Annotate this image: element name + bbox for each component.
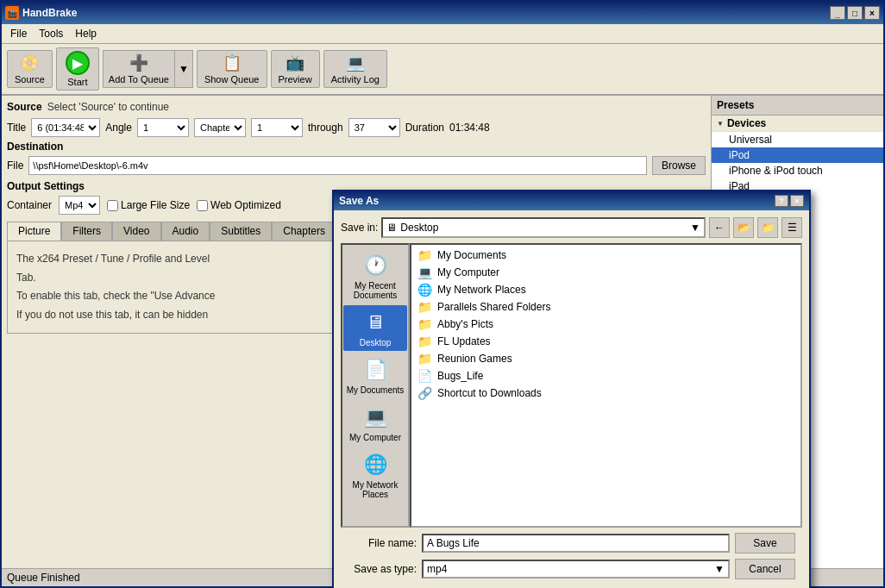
new-folder-button[interactable]: 📁 [757, 217, 778, 238]
folder-icon: 📁 [417, 248, 432, 262]
dialog-titlebar: Save As ? × [334, 191, 809, 210]
view-options-button[interactable]: ☰ [781, 217, 802, 238]
save-in-value-container: 🖥 Desktop [386, 222, 438, 234]
shared-folder-icon: 📁 [417, 300, 432, 314]
file-icon: 📄 [417, 369, 432, 383]
dialog-close-button[interactable]: × [790, 195, 804, 207]
save-button[interactable]: Save [735, 533, 795, 554]
file-item-my-documents[interactable]: 📁 My Documents [413, 247, 799, 264]
dialog-main: 🕐 My Recent Documents 🖥 Desktop 📄 My Doc… [341, 243, 802, 528]
filename-row: File name: Save [348, 533, 795, 554]
network-icon: 🌐 [417, 283, 432, 297]
cancel-button[interactable]: Cancel [735, 559, 795, 579]
save-in-label: Save in: [341, 222, 378, 234]
dropdown-arrow-icon: ▼ [714, 563, 725, 575]
dialog-help-button[interactable]: ? [775, 195, 788, 207]
folder-icon: 📁 [417, 352, 432, 366]
file-label: My Network Places [437, 284, 526, 296]
filename-label: File name: [348, 537, 417, 549]
file-item-parallels[interactable]: 📁 Parallels Shared Folders [413, 298, 799, 316]
folder-icon: 📁 [417, 335, 432, 348]
file-label: Bugs_Life [437, 370, 483, 382]
computer-icon: 💻 [417, 266, 432, 279]
nav-my-documents[interactable]: 📄 My Documents [343, 353, 407, 398]
file-item-bugs-life[interactable]: 📄 Bugs_Life [413, 367, 799, 385]
desktop-nav-icon: 🖥 [360, 309, 391, 336]
filetype-dropdown[interactable]: mp4 ▼ [422, 560, 730, 579]
file-label: FL Updates [437, 335, 491, 347]
filetype-label: Save as type: [348, 563, 417, 575]
nav-desktop[interactable]: 🖥 Desktop [343, 305, 407, 351]
dropdown-arrow: ▼ [690, 222, 700, 234]
network-places-label: My Network Places [345, 480, 405, 499]
dialog-sidebar: 🕐 My Recent Documents 🖥 Desktop 📄 My Doc… [341, 243, 410, 528]
dialog-toolbar: Save in: 🖥 Desktop ▼ ← 📂 📁 ☰ [341, 217, 802, 238]
network-places-icon: 🌐 [360, 451, 391, 479]
up-folder-button[interactable]: 📂 [733, 217, 754, 238]
nav-my-computer[interactable]: 💻 My Computer [343, 400, 407, 446]
my-documents-label: My Documents [347, 385, 405, 395]
dialog-body: Save in: 🖥 Desktop ▼ ← 📂 📁 ☰ [334, 210, 809, 588]
dialog-overlay: Save As ? × Save in: 🖥 Desktop ▼ ← 📂 [0, 0, 885, 588]
file-item-abbys[interactable]: 📁 Abby's Picts [413, 316, 799, 333]
my-documents-icon: 📄 [360, 356, 391, 384]
file-label: Parallels Shared Folders [437, 301, 550, 313]
folder-icon: 📁 [417, 317, 432, 331]
filetype-row: Save as type: mp4 ▼ Cancel [348, 559, 795, 579]
file-label: Abby's Picts [437, 318, 493, 330]
save-in-dropdown[interactable]: 🖥 Desktop ▼ [381, 217, 706, 238]
recent-docs-icon: 🕐 [360, 252, 391, 279]
file-item-network-places[interactable]: 🌐 My Network Places [413, 281, 799, 298]
file-list: 📁 My Documents 💻 My Computer 🌐 My Networ… [410, 243, 802, 528]
my-computer-icon: 💻 [360, 403, 391, 431]
file-item-shortcut-downloads[interactable]: 🔗 Shortcut to Downloads [413, 385, 799, 402]
shortcut-icon: 🔗 [417, 386, 432, 400]
nav-network-places[interactable]: 🌐 My Network Places [343, 447, 407, 503]
filename-input[interactable] [422, 534, 730, 553]
file-label: My Computer [437, 266, 499, 278]
file-label: My Documents [437, 249, 506, 261]
file-item-fl-updates[interactable]: 📁 FL Updates [413, 333, 799, 350]
save-in-value: Desktop [400, 222, 438, 234]
file-label: Shortcut to Downloads [437, 387, 542, 399]
nav-recent-docs[interactable]: 🕐 My Recent Documents [343, 248, 407, 303]
dialog-titlebar-buttons: ? × [775, 195, 804, 207]
my-computer-label: My Computer [349, 433, 401, 442]
file-label: Reunion Games [437, 353, 512, 365]
dialog-title: Save As [339, 195, 379, 207]
filetype-value: mp4 [427, 563, 447, 575]
recent-docs-label: My Recent Documents [345, 281, 405, 300]
desktop-nav-label: Desktop [360, 338, 392, 347]
dialog-bottom: File name: Save Save as type: mp4 ▼ Canc… [341, 528, 802, 588]
save-as-dialog: Save As ? × Save in: 🖥 Desktop ▼ ← 📂 [332, 190, 811, 588]
file-item-my-computer[interactable]: 💻 My Computer [413, 264, 799, 281]
desktop-icon: 🖥 [386, 222, 397, 234]
nav-back-button[interactable]: ← [709, 217, 730, 238]
file-item-reunion[interactable]: 📁 Reunion Games [413, 350, 799, 367]
